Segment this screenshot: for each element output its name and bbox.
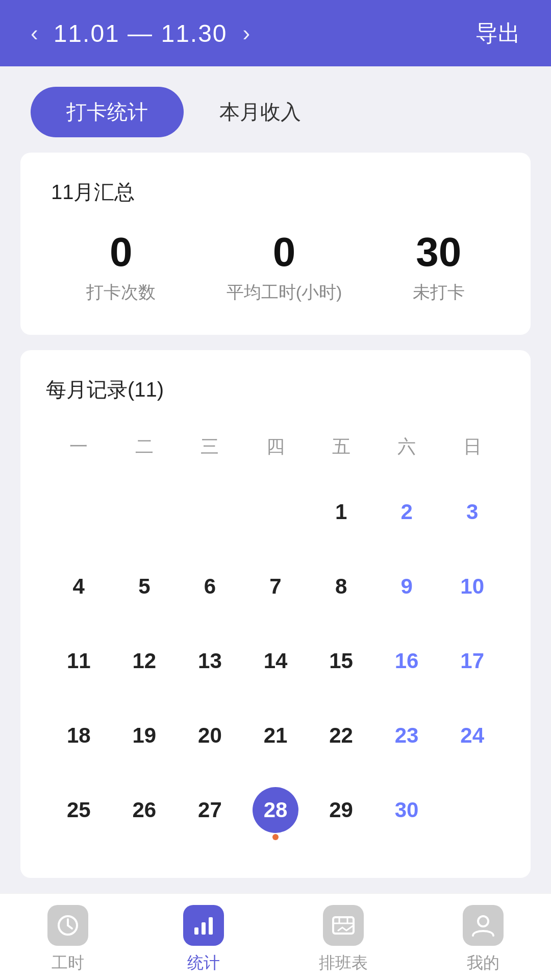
svg-rect-4 [202,922,206,935]
calendar-grid: 一 二 三 四 五 六 日 1 2 3 4 5 6 7 8 9 10 11 12… [46,424,505,847]
avg-hours-label: 平均工时(小时) [227,281,342,304]
clock-icon [47,905,88,946]
schedule-icon [323,905,364,946]
svg-rect-5 [209,917,213,935]
no-checkin-value: 30 [416,232,461,273]
cal-day-21[interactable]: 21 [243,698,309,773]
nav-item-stats[interactable]: 统计 [183,905,224,974]
tab-bar: 打卡统计 本月收入 [0,66,551,153]
export-button[interactable]: 导出 [475,18,520,48]
nav-item-profile[interactable]: 我的 [463,905,504,974]
cal-empty-end [439,773,505,847]
weekday-sun: 日 [439,424,505,475]
cal-day-2[interactable]: 2 [374,475,440,549]
cal-day-17[interactable]: 17 [439,624,505,698]
cal-day-26[interactable]: 26 [112,773,178,847]
profile-icon [463,905,504,946]
weekday-tue: 二 [112,424,178,475]
no-checkin-label: 未打卡 [413,281,465,304]
weekday-mon: 一 [46,424,112,475]
cal-day-16[interactable]: 16 [374,624,440,698]
weekday-fri: 五 [308,424,374,475]
cal-day-11[interactable]: 11 [46,624,112,698]
cal-day-7[interactable]: 7 [243,549,309,624]
cal-day-5[interactable]: 5 [112,549,178,624]
stats-icon [183,905,224,946]
cal-day-13[interactable]: 13 [177,624,243,698]
cal-day-14[interactable]: 14 [243,624,309,698]
nav-item-hours[interactable]: 工时 [47,905,88,974]
prev-month-button[interactable]: ‹ [31,20,38,46]
checkin-count-label: 打卡次数 [86,281,156,304]
cal-day-6[interactable]: 6 [177,549,243,624]
cal-empty-3 [177,475,243,549]
cal-day-23[interactable]: 23 [374,698,440,773]
weekday-wed: 三 [177,424,243,475]
checkin-count-value: 0 [110,232,133,273]
weekday-thu: 四 [243,424,309,475]
tab-monthly-income[interactable]: 本月收入 [184,87,337,137]
date-range: 11.01 — 11.30 [54,19,228,47]
cal-day-1[interactable]: 1 [308,475,374,549]
nav-label-hours: 工时 [52,952,84,974]
summary-card: 11月汇总 0 打卡次数 0 平均工时(小时) 30 未打卡 [20,153,531,335]
stat-checkin-count: 0 打卡次数 [86,232,156,304]
nav-label-stats: 统计 [187,952,220,974]
summary-title: 11月汇总 [51,178,500,206]
cal-day-30[interactable]: 30 [374,773,440,847]
header: ‹ 11.01 — 11.30 › 导出 [0,0,551,66]
svg-rect-6 [333,917,354,934]
stat-avg-hours: 0 平均工时(小时) [227,232,342,304]
cal-day-29[interactable]: 29 [308,773,374,847]
nav-label-profile: 我的 [467,952,499,974]
svg-point-10 [478,916,488,926]
cal-day-10[interactable]: 10 [439,549,505,624]
cal-day-22[interactable]: 22 [308,698,374,773]
cal-day-8[interactable]: 8 [308,549,374,624]
nav-item-schedule[interactable]: 排班表 [319,905,368,974]
header-nav: ‹ 11.01 — 11.30 › [31,19,250,47]
cal-day-4[interactable]: 4 [46,549,112,624]
cal-empty-4 [243,475,309,549]
svg-rect-3 [194,927,198,935]
cal-day-18[interactable]: 18 [46,698,112,773]
cal-day-19[interactable]: 19 [112,698,178,773]
cal-day-25[interactable]: 25 [46,773,112,847]
stat-no-checkin: 30 未打卡 [413,232,465,304]
weekday-sat: 六 [374,424,440,475]
nav-label-schedule: 排班表 [319,952,368,974]
cal-empty-1 [46,475,112,549]
cal-day-12[interactable]: 12 [112,624,178,698]
bottom-nav: 工时 统计 排班表 [0,893,551,980]
summary-stats: 0 打卡次数 0 平均工时(小时) 30 未打卡 [51,232,500,304]
cal-day-15[interactable]: 15 [308,624,374,698]
cal-day-27[interactable]: 27 [177,773,243,847]
calendar-title: 每月记录(11) [46,376,505,404]
avg-hours-value: 0 [273,232,296,273]
tab-checkin-stats[interactable]: 打卡统计 [31,87,184,137]
cal-day-9[interactable]: 9 [374,549,440,624]
cal-day-3[interactable]: 3 [439,475,505,549]
cal-day-20[interactable]: 20 [177,698,243,773]
cal-day-24[interactable]: 24 [439,698,505,773]
cal-day-28-today[interactable]: 28 [243,773,309,847]
svg-line-2 [68,925,72,928]
cal-empty-2 [112,475,178,549]
next-month-button[interactable]: › [243,20,251,46]
calendar-card: 每月记录(11) 一 二 三 四 五 六 日 1 2 3 4 5 6 7 8 9… [20,350,531,878]
